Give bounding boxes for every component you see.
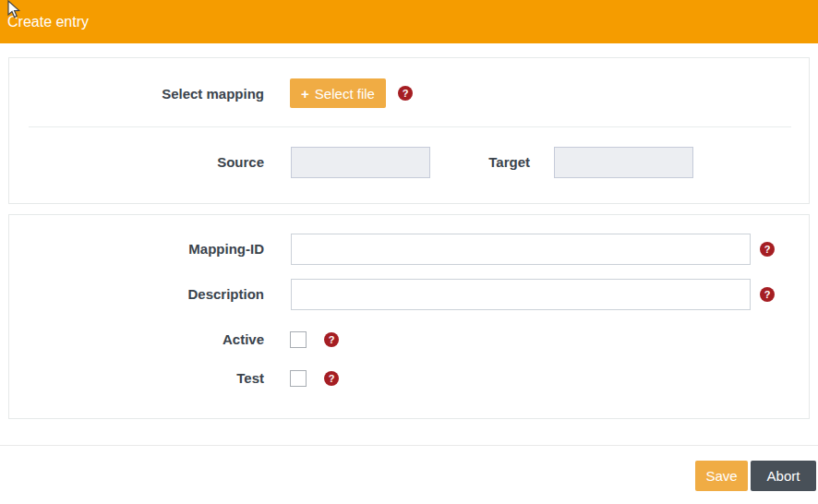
select-file-button[interactable]: + Select file [290,78,386,108]
select-file-button-label: Select file [315,87,375,101]
mapping-id-field[interactable] [291,234,751,265]
help-icon[interactable]: ? [760,242,775,257]
active-checkbox[interactable] [290,331,307,348]
help-icon[interactable]: ? [398,86,413,101]
test-label: Test [9,369,264,388]
select-mapping-label: Select mapping [9,85,264,103]
help-icon[interactable]: ? [760,287,775,302]
save-button[interactable]: Save [695,461,748,491]
target-label: Target [456,153,530,172]
entry-details-panel: Mapping-ID ? Description ? Active ? Test… [8,214,810,419]
source-label: Source [9,153,264,172]
source-field[interactable] [291,147,430,178]
active-label: Active [9,330,264,349]
help-icon[interactable]: ? [324,332,339,347]
abort-button[interactable]: Abort [751,461,816,491]
plus-icon: + [301,87,309,101]
mouse-cursor-icon [5,0,23,20]
test-checkbox[interactable] [290,370,307,387]
panel-divider [29,126,791,127]
mapping-id-label: Mapping-ID [9,240,264,258]
help-icon[interactable]: ? [324,371,339,386]
mapping-selection-panel: Select mapping + Select file ? Source Ta… [8,57,810,204]
description-label: Description [9,285,264,304]
footer-divider [0,445,818,446]
title-bar: Create entry [0,0,818,43]
description-field[interactable] [291,279,751,310]
target-field[interactable] [554,147,693,178]
